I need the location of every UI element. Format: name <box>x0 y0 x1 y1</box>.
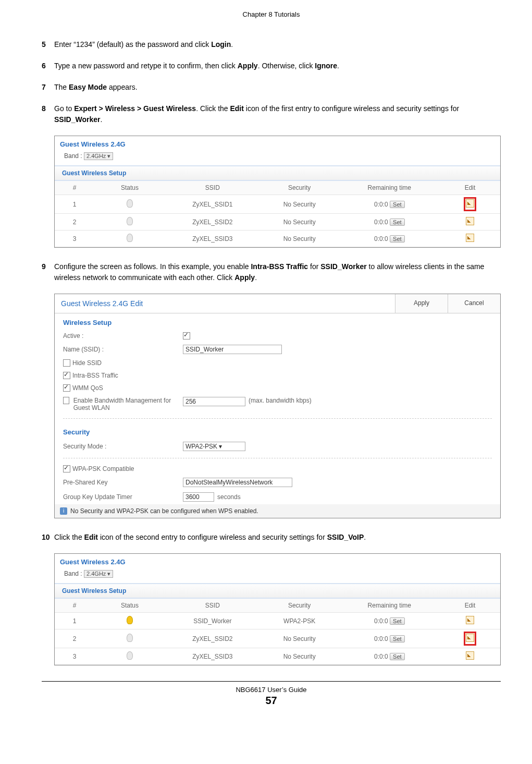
table-row: 2 ZyXEL_SSID2 No Security 0:0:0 Set <box>55 214 500 231</box>
bold-ssid: SSID_Worker <box>320 262 366 271</box>
bulb-icon <box>127 199 133 208</box>
bandwidth-checkbox[interactable] <box>63 397 69 404</box>
set-button[interactable]: Set <box>390 219 405 226</box>
edit-highlight <box>465 198 475 210</box>
set-button[interactable]: Set <box>390 653 405 660</box>
bandwidth-input[interactable]: 256 <box>183 397 245 406</box>
bandwidth-label: Enable Bandwidth Management for Guest WL… <box>73 397 183 411</box>
cell-num: 2 <box>55 629 94 648</box>
note-bar: i No Security and WPA2-PSK can be config… <box>55 504 500 518</box>
col-edit: Edit <box>440 181 500 195</box>
text: icon of the first entry to configure wir… <box>244 104 459 113</box>
cell-ssid: ZyXEL_SSID3 <box>165 231 260 247</box>
step-6: 6 Type a new password and retype it to c… <box>42 60 501 71</box>
step-5: 5 Enter “1234” (default) as the password… <box>42 39 501 50</box>
hide-ssid-checkbox[interactable] <box>63 359 70 367</box>
bulb-icon <box>127 234 133 242</box>
cell-num: 1 <box>55 195 94 214</box>
bold-edit: Edit <box>84 533 98 541</box>
security-header: Security <box>55 423 500 439</box>
guest-wireless-edit-panel: Guest Wireless 2.4G Edit Apply Cancel Wi… <box>54 294 501 518</box>
cell-remaining: 0:0:0 <box>374 617 388 625</box>
cell-remaining: 0:0:0 <box>374 653 388 660</box>
edit-icon[interactable] <box>466 217 474 225</box>
step-7: 7 The Easy Mode appears. <box>42 82 501 93</box>
psk-input[interactable]: DoNotStealMyWirelessNetwork <box>183 478 292 487</box>
bold-nav: Expert > Wireless > Guest Wireless <box>74 104 196 113</box>
band-select[interactable]: 2.4GHz ▾ <box>84 152 113 160</box>
info-icon: i <box>60 507 67 515</box>
text: . <box>100 115 102 124</box>
table-row: 3 ZyXEL_SSID3 No Security 0:0:0 Set <box>55 648 500 665</box>
col-ssid: SSID <box>165 599 260 613</box>
table-row: 3 ZyXEL_SSID3 No Security 0:0:0 Set <box>55 231 500 247</box>
edit-icon[interactable] <box>466 199 474 208</box>
wmm-checkbox[interactable] <box>63 384 70 392</box>
bulb-icon <box>127 616 133 624</box>
band-select[interactable]: 2.4GHz ▾ <box>84 570 113 578</box>
step-body: Enter “1234” (default) as the password a… <box>54 39 501 50</box>
bulb-icon <box>127 651 133 660</box>
text: for <box>308 262 320 271</box>
cell-ssid: ZyXEL_SSID2 <box>165 629 260 648</box>
step-num: 5 <box>42 39 54 50</box>
gku-input[interactable]: 3600 <box>183 492 214 502</box>
set-button[interactable]: Set <box>390 235 405 242</box>
intra-bss-label: Intra-BSS Traffic <box>72 372 118 379</box>
col-edit: Edit <box>440 599 500 613</box>
col-remaining: Remaining time <box>339 599 440 613</box>
bulb-icon <box>127 217 133 225</box>
guest-wireless-table: # Status SSID Security Remaining time Ed… <box>55 181 500 247</box>
set-button[interactable]: Set <box>390 201 405 208</box>
gku-label: Group Key Update Timer <box>63 493 183 501</box>
edit-panel-title: Guest Wireless 2.4G Edit <box>55 294 395 313</box>
apply-button[interactable]: Apply <box>395 294 448 313</box>
psk-label: Pre-Shared Key <box>63 479 183 486</box>
set-button[interactable]: Set <box>390 617 405 625</box>
step-body: Click the Edit icon of the second entry … <box>54 532 501 543</box>
edit-icon[interactable] <box>466 651 474 660</box>
step-num: 10 <box>42 532 54 543</box>
col-ssid: SSID <box>165 181 260 195</box>
col-security: Security <box>260 599 339 613</box>
step-8: 8 Go to Expert > Wireless > Guest Wirele… <box>42 103 501 125</box>
cancel-button[interactable]: Cancel <box>448 294 500 313</box>
page-footer: NBG6617 User’s Guide 57 <box>42 681 501 707</box>
guest-wireless-table: # Status SSID Security Remaining time Ed… <box>55 599 500 665</box>
cell-security: No Security <box>260 231 339 247</box>
step-body: The Easy Mode appears. <box>54 82 501 93</box>
bold-intrabss: Intra-BSS Traffic <box>251 262 308 271</box>
bulb-icon <box>127 634 133 642</box>
bold-edit: Edit <box>230 104 243 113</box>
col-status: Status <box>94 599 165 613</box>
intra-bss-checkbox[interactable] <box>63 372 70 379</box>
bold-apply: Apply <box>234 273 255 282</box>
text: Click the <box>54 533 84 541</box>
step-num: 7 <box>42 82 54 93</box>
hide-ssid-label: Hide SSID <box>72 359 102 367</box>
text: . <box>337 62 339 70</box>
edit-icon[interactable] <box>466 616 474 624</box>
edit-icon[interactable] <box>466 234 474 242</box>
table-row: 1 SSID_Worker WPA2-PSK 0:0:0 Set <box>55 613 500 629</box>
wpa-compat-checkbox[interactable] <box>63 465 70 472</box>
chapter-header: Chapter 8 Tutorials <box>42 10 501 18</box>
cell-security: No Security <box>260 629 339 648</box>
security-mode-select[interactable]: WPA2-PSK ▾ <box>183 442 245 451</box>
step-num: 9 <box>42 261 54 283</box>
set-button[interactable]: Set <box>390 635 405 642</box>
wmm-label: WMM QoS <box>72 384 103 392</box>
wireless-setup-header: Wireless Setup <box>55 313 500 330</box>
text: Enter “1234” (default) as the password a… <box>54 40 211 48</box>
cell-remaining: 0:0:0 <box>374 235 388 242</box>
edit-icon[interactable] <box>466 634 474 642</box>
active-checkbox[interactable] <box>183 332 190 339</box>
text: The <box>54 83 69 91</box>
step-body: Configure the screen as follows. In this… <box>54 261 501 283</box>
edit-highlight <box>465 633 475 645</box>
cell-security: WPA2-PSK <box>260 613 339 629</box>
guest-wireless-panel-2: Guest Wireless 2.4G Band : 2.4GHz ▾ Gues… <box>54 553 501 665</box>
name-ssid-input[interactable]: SSID_Worker <box>183 345 282 354</box>
col-status: Status <box>94 181 165 195</box>
text: Go to <box>54 104 74 113</box>
